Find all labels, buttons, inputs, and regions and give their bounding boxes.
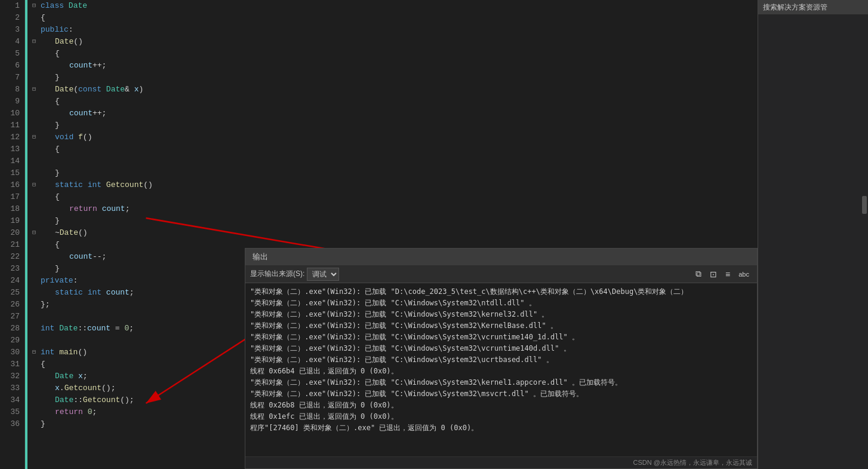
output-source-select[interactable]: 调试 (307, 268, 339, 281)
footer-text: CSDN @永远热情，永远谦卑，永远其诚 (633, 459, 752, 466)
code-line: public: (32, 24, 753, 36)
code-line: { (32, 96, 753, 108)
code-line: } (32, 215, 753, 227)
source-label: 显示输出来源(S): (250, 269, 304, 279)
code-line (32, 155, 753, 167)
line-numbers: 1 2 3 4 5 6 7 8 9 10 11 12 13 14 15 16 1… (0, 0, 25, 469)
output-title: 输出 (253, 252, 268, 262)
output-line: 程序"[27460] 类和对象（二）.exe" 已退出，返回值为 0 (0x0)… (250, 422, 752, 433)
output-line: "类和对象（二）.exe"(Win32): 已加载 "C:\Windows\Sy… (250, 332, 752, 342)
sidebar-title-text: 搜索解决方案资源管 (763, 2, 827, 13)
output-line: "类和对象（二）.exe"(Win32): 已加载 "D:\code_2023_… (250, 286, 752, 297)
output-line: 线程 0x66b4 已退出，返回值为 0 (0x0)。 (250, 366, 752, 376)
code-line: { (32, 12, 753, 24)
code-line: return count; (32, 203, 753, 215)
paste-toolbar-btn[interactable]: ⊡ (707, 268, 720, 281)
code-line: ⊟ class Date (32, 0, 753, 12)
output-line: "类和对象（二）.exe"(Win32): 已加载 "C:\Windows\Sy… (250, 343, 752, 354)
code-line: { (32, 48, 753, 60)
code-line: count++; (32, 60, 753, 72)
copy-toolbar-btn[interactable]: ⧉ (692, 267, 704, 281)
list-toolbar-btn[interactable]: ≡ (722, 268, 733, 281)
code-line: ⊟ ~Date() (32, 227, 753, 239)
output-panel: 输出 显示输出来源(S): 调试 ⧉ ⊡ ≡ abc "类和对象（二）.exe"… (245, 248, 758, 469)
code-line: ⊟ Date() (32, 36, 753, 48)
scroll-indicator (862, 196, 867, 214)
code-line: ⊟ Date(const Date& x) (32, 84, 753, 96)
code-line: } (32, 167, 753, 179)
code-line: { (32, 191, 753, 203)
output-line: "类和对象（二）.exe"(Win32): 已加载 "C:\Windows\Sy… (250, 354, 752, 365)
output-toolbar: 显示输出来源(S): 调试 ⧉ ⊡ ≡ abc (245, 265, 757, 283)
output-footer: CSDN @永远热情，永远谦卑，永远其诚 (245, 456, 757, 468)
output-titlebar: 输出 (245, 249, 757, 265)
output-content[interactable]: "类和对象（二）.exe"(Win32): 已加载 "D:\code_2023_… (245, 283, 757, 456)
output-line: "类和对象（二）.exe"(Win32): 已加载 "C:\Windows\Sy… (250, 377, 752, 388)
editor-area: 1 2 3 4 5 6 7 8 9 10 11 12 13 14 15 16 1… (0, 0, 758, 469)
abc-toolbar-btn[interactable]: abc (735, 269, 752, 280)
output-line: "类和对象（二）.exe"(Win32): 已加载 "C:\Windows\Sy… (250, 309, 752, 320)
output-line: "类和对象（二）.exe"(Win32): 已加载 "C:\Windows\Sy… (250, 388, 752, 399)
output-line: "类和对象（二）.exe"(Win32): 已加载 "C:\Windows\Sy… (250, 320, 752, 331)
output-line: "类和对象（二）.exe"(Win32): 已加载 "C:\Windows\Sy… (250, 298, 752, 308)
right-sidebar: 搜索解决方案资源管 🔑 解决方案"类和 ▼ ■ 类和对象（ ▶ ⊞ 引用 ▶ 🔗… (758, 0, 868, 469)
code-line: } (32, 119, 753, 131)
sidebar-title: 搜索解决方案资源管 (758, 0, 868, 14)
code-line: { (32, 143, 753, 155)
code-line: } (32, 72, 753, 84)
output-line: 线程 0x1efc 已退出，返回值为 0 (0x0)。 (250, 411, 752, 422)
code-line: count++; (32, 108, 753, 119)
output-line: 线程 0x26b8 已退出，返回值为 0 (0x0)。 (250, 400, 752, 410)
collapse-btn[interactable]: ⊟ (32, 0, 39, 12)
code-line: ⊟ static int Getcount() (32, 179, 753, 191)
code-line: ⊟ void f() (32, 131, 753, 143)
